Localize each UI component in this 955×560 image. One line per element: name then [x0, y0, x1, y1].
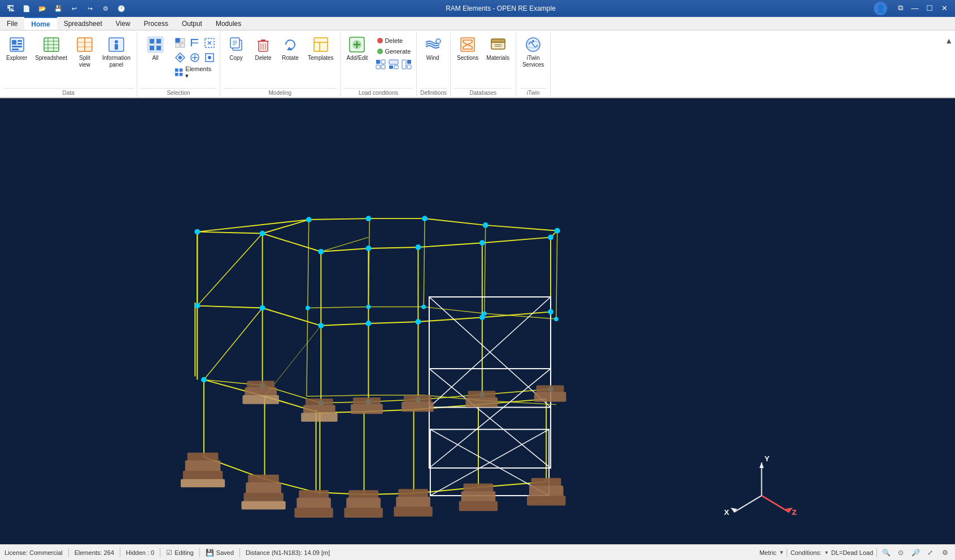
metric-dropdown[interactable]: ▾	[780, 549, 783, 556]
user-icon[interactable]: 👤	[874, 2, 887, 15]
rotate-button[interactable]: Rotate	[278, 34, 303, 63]
sep-2	[120, 548, 120, 557]
menu-home[interactable]: Home	[24, 17, 56, 30]
maximize-button[interactable]: ☐	[923, 2, 936, 14]
selection-grid: Elements ▾	[173, 34, 216, 79]
delete-icon	[254, 36, 272, 54]
delete-button[interactable]: Delete	[251, 34, 276, 63]
databases-group-label: Databases	[454, 88, 512, 97]
delete-lc-dot	[377, 38, 383, 43]
settings-icon[interactable]: ⚙	[99, 2, 112, 15]
spreadsheet-button[interactable]: Spreadsheet	[32, 34, 70, 63]
menu-file[interactable]: File	[0, 17, 24, 30]
ribbon-definitions-items: Wind	[420, 34, 447, 88]
menu-process[interactable]: Process	[137, 17, 175, 30]
redo-icon[interactable]: ↪	[84, 2, 96, 15]
svg-rect-5	[12, 49, 19, 50]
sep-6	[787, 548, 787, 557]
viewport[interactable]: Z X Y Z	[0, 98, 955, 544]
restore-button[interactable]: ⧉	[894, 2, 906, 14]
menu-view[interactable]: View	[109, 17, 137, 30]
undo-icon[interactable]: ↩	[68, 2, 80, 15]
user-dropdown[interactable]: ▾	[889, 2, 892, 15]
svg-rect-43	[175, 73, 178, 76]
sel-btn-1[interactable]	[173, 36, 187, 50]
svg-rect-29	[181, 43, 185, 47]
minimize-button[interactable]: —	[909, 2, 921, 14]
svg-rect-66	[376, 65, 380, 69]
metric-text: Metric	[760, 549, 777, 556]
svg-marker-35	[178, 55, 182, 60]
svg-rect-4	[12, 46, 22, 47]
hidden-text: Hidden : 0	[126, 549, 154, 556]
save-icon[interactable]: 💾	[52, 2, 64, 15]
status-editing-container: ☑ Editing	[166, 549, 194, 557]
svg-rect-240	[402, 402, 434, 412]
split-view-label: Splitview	[79, 55, 90, 68]
svg-point-205	[421, 305, 426, 309]
license-text: License: Commercial	[5, 549, 63, 556]
add-edit-button[interactable]: Add/Edit	[344, 34, 371, 63]
new-icon[interactable]: 📄	[20, 2, 33, 15]
open-icon[interactable]: 📂	[36, 2, 49, 15]
svg-point-74	[436, 39, 441, 43]
elements-label: Elements ▾	[185, 65, 215, 80]
lc-icon-3[interactable]	[401, 59, 412, 70]
ribbon-group-data: Explorer Spreadsheet	[0, 33, 137, 97]
settings-btn[interactable]: ⚙	[939, 547, 950, 558]
svg-rect-242	[465, 397, 498, 408]
fit-button[interactable]: ⤢	[925, 547, 936, 558]
sel-btn-2[interactable]	[188, 36, 202, 50]
history-icon[interactable]: 🕐	[115, 2, 128, 15]
lc-icon-2[interactable]	[388, 59, 399, 70]
menu-modules[interactable]: Modules	[209, 17, 248, 30]
sections-button[interactable]: Sections	[454, 34, 481, 63]
svg-rect-239	[404, 395, 431, 403]
svg-point-194	[366, 246, 372, 251]
wind-button[interactable]: Wind	[420, 34, 445, 63]
lc-icon-1[interactable]	[375, 59, 386, 70]
copy-button[interactable]: Copy	[224, 34, 248, 63]
templates-button[interactable]: Templates	[305, 34, 337, 63]
svg-rect-71	[402, 60, 406, 69]
zoom-out-button[interactable]: 🔍	[880, 547, 892, 558]
sel-btn-4[interactable]	[173, 51, 187, 64]
sel-btn-5[interactable]	[188, 51, 202, 64]
ribbon-group-databases: Sections Materials Databases	[451, 33, 516, 97]
svg-rect-218	[294, 508, 333, 518]
app-title: RAM Elements - OPEN RE Example	[128, 5, 874, 12]
materials-label: Materials	[486, 55, 509, 62]
zoom-in-button[interactable]: 🔎	[910, 547, 921, 558]
itwin-services-button[interactable]: iTwinServices	[520, 34, 547, 70]
delete-label: Delete	[255, 55, 272, 62]
zoom-reset-button[interactable]: ⊙	[895, 547, 906, 558]
status-right: Metric ▾ Conditions: ▾ DL=Dead Load 🔍 ⊙ …	[760, 547, 950, 558]
close-button[interactable]: ✕	[938, 2, 950, 14]
svg-rect-236	[301, 413, 338, 422]
svg-point-195	[416, 244, 421, 250]
all-button[interactable]: All	[141, 34, 170, 63]
svg-text:X: X	[724, 508, 729, 517]
menu-spreadsheet[interactable]: Spreadsheet	[57, 17, 109, 30]
menu-output[interactable]: Output	[175, 17, 209, 30]
split-view-button[interactable]: Splitview	[72, 34, 97, 70]
sel-btn-6[interactable]	[203, 51, 216, 64]
delete-lc-button[interactable]: Delete	[375, 36, 413, 45]
svg-point-193	[318, 249, 324, 255]
svg-rect-26	[176, 38, 180, 42]
explorer-button[interactable]: Explorer	[3, 34, 30, 63]
info-panel-button[interactable]: Informationpanel	[99, 34, 133, 70]
conditions-dropdown[interactable]: ▾	[825, 549, 828, 555]
sel-btn-3[interactable]	[203, 36, 216, 50]
templates-label: Templates	[308, 55, 334, 62]
materials-button[interactable]: Materials	[483, 34, 512, 63]
ribbon-collapse-button[interactable]: ▲	[943, 33, 955, 97]
elements-dropdown-btn[interactable]: Elements ▾	[173, 65, 216, 79]
lc-small-icons	[375, 58, 413, 70]
svg-rect-20	[115, 44, 118, 50]
generate-lc-button[interactable]: Generate	[375, 47, 413, 56]
ribbon-selection-items: All	[141, 34, 216, 88]
saved-text: Saved	[216, 549, 234, 556]
copy-label: Copy	[229, 55, 242, 62]
ribbon-databases-items: Sections Materials	[454, 34, 512, 88]
